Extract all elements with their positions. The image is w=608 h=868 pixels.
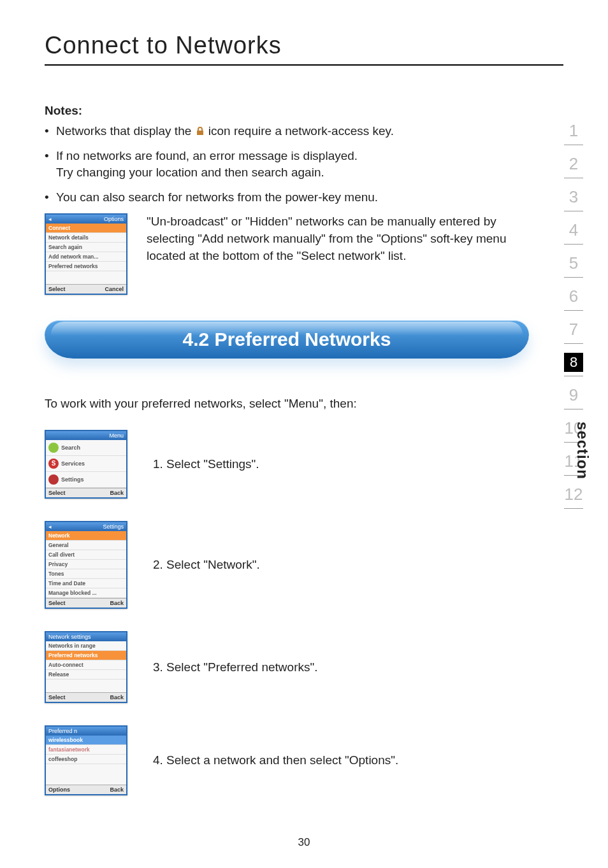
section-num-5: 5	[560, 253, 588, 273]
section-banner: 4.2 Preferred Networks	[45, 320, 529, 359]
thumb1-line-2: Search again	[46, 243, 126, 252]
section-banner-wrap: 4.2 Preferred Networks	[45, 314, 529, 371]
thumb3-line-3: Privacy	[46, 560, 126, 569]
section-nav: 1 2 3 4 5 6 7 8 9 10 11 12 section	[560, 121, 588, 518]
step-3-row: Network settings Networks in range Prefe…	[45, 631, 563, 703]
section-num-1: 1	[560, 121, 588, 141]
thumb2-row-2: Settings	[46, 472, 126, 488]
thumb1-line-0: Connect	[46, 224, 126, 233]
thumb5-line-1: fantasianetwork	[46, 745, 126, 755]
thumb1-line-1: Network details	[46, 233, 126, 243]
section-banner-text: 4.2 Preferred Networks	[183, 329, 391, 350]
step-4-text: 4. Select a network and then select "Opt…	[153, 753, 398, 767]
thumb3-line-2: Call divert	[46, 550, 126, 560]
thumb4-foot-r: Back	[110, 694, 124, 701]
thumb2-row-0: Search	[46, 440, 126, 456]
thumb5-line-2: coffeeshop	[46, 755, 126, 764]
thumb4-line-1: Preferred networks	[46, 651, 126, 660]
section-num-2: 2	[560, 154, 588, 174]
step-2-text: 2. Select "Network".	[153, 558, 260, 572]
thumb3-foot-l: Select	[48, 600, 66, 606]
bullet-2-text-b: Try changing your location and then sear…	[56, 166, 324, 179]
bullet-3: You can also search for networks from th…	[45, 189, 503, 206]
thumb1-header-left: ◂	[48, 216, 52, 222]
step-3-text: 3. Select "Preferred networks".	[153, 660, 318, 674]
section-num-8-active: 8	[564, 353, 583, 372]
thumb1-foot-r: Cancel	[105, 286, 124, 292]
thumb2-line-0: Search	[61, 445, 80, 451]
thumb3-line-1: General	[46, 541, 126, 550]
bullet-2: If no networks are found, an error messa…	[45, 148, 503, 181]
bullet-2-text-a: If no networks are found, an error messa…	[56, 149, 358, 162]
thumb3-foot-r: Back	[110, 600, 124, 606]
hidden-networks-row: ◂Options Connect Network details Search …	[45, 213, 529, 295]
section-num-7: 7	[560, 320, 588, 339]
notes-block: Notes: Networks that display the icon re…	[45, 104, 503, 206]
step-4-row: Preferred n wirelessbook fantasianetwork…	[45, 725, 563, 795]
bullet-1-text-b: icon require a network-access key.	[208, 124, 394, 138]
thumb1-line-4: Preferred networks	[46, 262, 126, 271]
thumb3-line-6: Manage blocked ...	[46, 588, 126, 598]
section-label: section	[574, 422, 591, 480]
intro-paragraph: To work with your preferred networks, se…	[45, 397, 563, 411]
thumb2-foot-r: Back	[110, 490, 124, 496]
lock-icon	[195, 124, 205, 134]
step-1-text: 1. Select "Settings".	[153, 457, 259, 471]
page-title: Connect to Networks	[45, 32, 563, 59]
section-num-12: 12	[560, 485, 588, 504]
thumb4-line-0: Networks in range	[46, 641, 126, 651]
step-1-row: Menu Search SServices Settings SelectBac…	[45, 430, 563, 499]
hidden-networks-text: "Un-broadcast" or "Hidden" networks can …	[147, 213, 529, 264]
thumb4-line-3: Release	[46, 670, 126, 679]
thumb3-line-5: Time and Date	[46, 579, 126, 588]
thumb2-line-1: Services	[61, 460, 85, 467]
thumb3-header: Settings	[103, 523, 124, 530]
thumb1-line-3: Add network man...	[46, 252, 126, 262]
thumb-settings: ◂Settings Network General Call divert Pr…	[45, 521, 127, 609]
thumb-preferred-list: Preferred n wirelessbook fantasianetwork…	[45, 725, 127, 795]
section-num-4: 4	[560, 220, 588, 240]
thumb4-header: Network settings	[48, 634, 91, 640]
thumb3-line-4: Tones	[46, 569, 126, 579]
thumb1-header: Options	[104, 216, 124, 222]
section-num-9: 9	[560, 385, 588, 405]
bullet-1: Networks that display the icon require a…	[45, 123, 503, 140]
thumb2-header: Menu	[109, 432, 124, 439]
step-2-row: ◂Settings Network General Call divert Pr…	[45, 521, 563, 609]
thumb2-row-1: SServices	[46, 456, 126, 472]
thumb-options-menu: ◂Options Connect Network details Search …	[45, 213, 127, 295]
thumb-menu: Menu Search SServices Settings SelectBac…	[45, 430, 127, 499]
thumb5-header: Preferred n	[48, 728, 77, 734]
section-num-3: 3	[560, 187, 588, 207]
bullet-1-text-a: Networks that display the	[56, 124, 191, 138]
thumb5-foot-l: Options	[48, 786, 70, 793]
notes-heading: Notes:	[45, 104, 503, 118]
thumb-network-settings: Network settings Networks in range Prefe…	[45, 631, 127, 703]
thumb3-line-0: Network	[46, 531, 126, 541]
page-number: 30	[0, 836, 608, 849]
thumb2-foot-l: Select	[48, 490, 66, 496]
thumb2-line-2: Settings	[61, 476, 84, 483]
section-num-6: 6	[560, 287, 588, 306]
thumb5-line-0: wirelessbook	[46, 736, 126, 745]
thumb4-foot-l: Select	[48, 694, 66, 701]
thumb5-foot-r: Back	[110, 786, 124, 793]
title-rule	[45, 64, 563, 66]
thumb4-line-2: Auto-connect	[46, 660, 126, 670]
thumb1-foot-l: Select	[48, 286, 66, 292]
